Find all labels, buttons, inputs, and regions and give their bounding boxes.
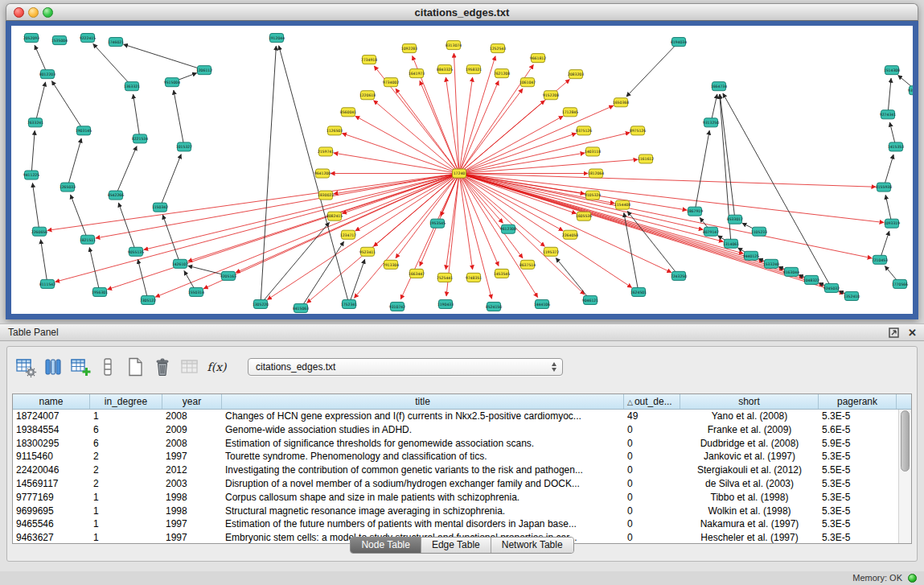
graph-node[interactable]: 9274341 (880, 110, 897, 119)
graph-node[interactable]: 1061047 (519, 78, 536, 87)
graph-node[interactable]: 9612300 (500, 225, 517, 233)
column-header-out-de[interactable]: △out_de... (624, 394, 680, 409)
delete-table-icon[interactable] (150, 354, 175, 379)
graph-node[interactable]: 1150342 (152, 203, 169, 212)
graph-node[interactable]: 1220618 (359, 91, 376, 100)
graph-node[interactable]: 9245032 (823, 283, 840, 292)
function-builder-icon[interactable]: f(x) (204, 354, 229, 379)
graph-node[interactable]: 8221534 (132, 134, 149, 143)
graph-node[interactable]: 9355030 (908, 86, 913, 95)
graph-node[interactable]: 8012203 (39, 70, 56, 79)
table-row[interactable]: 1938455462009Genome-wide association stu… (13, 423, 898, 437)
graph-node[interactable]: 8637514 (519, 260, 536, 269)
graph-node[interactable]: 1415353 (888, 142, 905, 151)
graph-node[interactable]: 9523411 (359, 247, 376, 256)
graph-node[interactable]: 7210453 (872, 255, 889, 264)
table-scrollbar-thumb[interactable] (901, 410, 910, 472)
graph-node[interactable]: 8194034 (671, 38, 688, 47)
graph-node[interactable]: 1206112 (196, 66, 213, 75)
table-row[interactable]: 946554611997Estimation of the future num… (13, 517, 898, 531)
graph-node[interactable]: 2159741 (318, 147, 335, 156)
new-table-icon[interactable] (122, 354, 147, 379)
graph-node[interactable]: 1958321 (466, 65, 483, 74)
graph-node[interactable]: 1161612 (638, 154, 655, 163)
column-header-short[interactable]: short (680, 394, 819, 409)
graph-node[interactable]: 1363321 (124, 82, 141, 91)
table-row[interactable]: 1872400712008Changes of HCN gene express… (13, 410, 898, 423)
rows-icon[interactable] (95, 354, 120, 379)
graph-node[interactable]: 1265033 (60, 183, 76, 192)
zoom-window-button[interactable] (43, 7, 53, 18)
graph-node[interactable]: 8375126 (576, 126, 593, 135)
table-options-icon[interactable] (13, 354, 38, 379)
graph-node[interactable]: 1535004 (51, 36, 68, 45)
table-row[interactable]: 969969511998Structural magnetic resonanc… (13, 505, 898, 518)
graph-node[interactable]: 1048322 (803, 275, 820, 284)
graph-node[interactable]: 1403118 (585, 147, 602, 156)
graph-node[interactable]: 9055135 (128, 247, 145, 256)
graph-node[interactable]: 9222415 (80, 34, 97, 43)
graph-node[interactable]: 2052093 (23, 34, 40, 43)
graph-node[interactable]: 8079147 (703, 227, 720, 236)
graph-node[interactable]: 8313074 (446, 41, 462, 50)
graph-node[interactable]: 1650368 (613, 98, 630, 107)
tab-node-table[interactable]: Node Table (351, 538, 421, 553)
graph-node[interactable]: 8542266 (108, 191, 125, 200)
graph-node[interactable]: 1533240 (763, 259, 780, 268)
graph-node[interactable]: 1712845 (562, 108, 579, 117)
graph-node[interactable]: 8560041 (340, 108, 357, 117)
graph-node[interactable]: 7305122 (140, 295, 157, 304)
graph-node[interactable]: 9411225 (23, 171, 40, 179)
graph-node[interactable]: 1770566 (892, 279, 909, 288)
graph-node[interactable]: 2083203 (568, 70, 585, 79)
column-header-title[interactable]: title (222, 394, 624, 409)
graph-node[interactable]: 1664734 (711, 82, 728, 91)
graph-node[interactable]: 1956301 (92, 287, 109, 296)
graph-node[interactable]: 7633241 (27, 118, 44, 127)
graph-node[interactable]: 9641200 (314, 169, 331, 178)
table-scrollbar[interactable] (898, 410, 911, 543)
graph-node[interactable]: 1234717 (340, 230, 357, 239)
graph-node[interactable]: 9310742 (389, 302, 406, 311)
add-column-icon[interactable] (68, 354, 92, 379)
graph-node[interactable]: 1663447 (409, 269, 425, 278)
table-row[interactable]: 977716911998Corpus callosum shape and si… (13, 491, 898, 505)
graph-node[interactable]: 1514308 (884, 66, 901, 75)
graph-node[interactable]: 9734002 (383, 78, 400, 87)
graph-node[interactable]: 1195372 (543, 247, 560, 256)
graph-node[interactable]: 8415063 (293, 303, 310, 312)
table-row[interactable]: 1456911722003Disruption of a novel membe… (13, 477, 898, 491)
graph-node[interactable]: 2264058 (562, 230, 579, 239)
graph-node[interactable]: 1453545 (494, 269, 511, 278)
graph-node[interactable]: 1444106 (534, 299, 551, 308)
graph-node[interactable]: 8975126 (630, 126, 647, 135)
graph-node[interactable]: 1093319 (884, 219, 901, 228)
graph-node[interactable]: 1953545 (429, 219, 446, 228)
graph-node[interactable]: 1867919 (687, 207, 704, 216)
graph-node[interactable]: 1314061 (723, 239, 740, 248)
graph-node[interactable]: 1550314 (188, 287, 205, 296)
graph-node[interactable]: 7621208 (494, 69, 511, 78)
table-selector-dropdown[interactable]: citations_edges.txt (248, 358, 563, 376)
graph-node[interactable]: 1830022 (318, 191, 335, 200)
column-header-year[interactable]: year (162, 394, 222, 409)
graph-node[interactable]: 8082415 (326, 212, 343, 220)
graph-node[interactable]: 8524150 (486, 302, 503, 311)
graph-node[interactable]: 7913304 (383, 260, 400, 269)
graph-node[interactable]: 1190433 (437, 299, 454, 308)
column-header-name[interactable]: name (13, 394, 90, 409)
graph-node[interactable]: 8111542 (39, 279, 56, 288)
graph-node[interactable]: 9105324 (585, 191, 602, 200)
graph-node[interactable]: 1305220 (253, 299, 269, 308)
graph-node[interactable]: 9205163 (220, 271, 237, 280)
graph-node[interactable]: 9152208 (543, 91, 560, 100)
column-header-in-degree[interactable]: in_degree (90, 394, 162, 409)
graph-node[interactable]: 9515004 (164, 78, 181, 87)
graph-node[interactable]: 1154408 (614, 200, 631, 209)
graph-node[interactable]: 1812064 (588, 169, 605, 178)
graph-node[interactable]: 1426107 (172, 259, 189, 268)
graph-node[interactable]: 1092283 (401, 44, 418, 53)
graph-node[interactable]: 1912044 (269, 34, 285, 43)
window-titlebar[interactable]: citations_edges.txt (6, 3, 918, 21)
column-header-pagerank[interactable]: pagerank (819, 394, 897, 409)
